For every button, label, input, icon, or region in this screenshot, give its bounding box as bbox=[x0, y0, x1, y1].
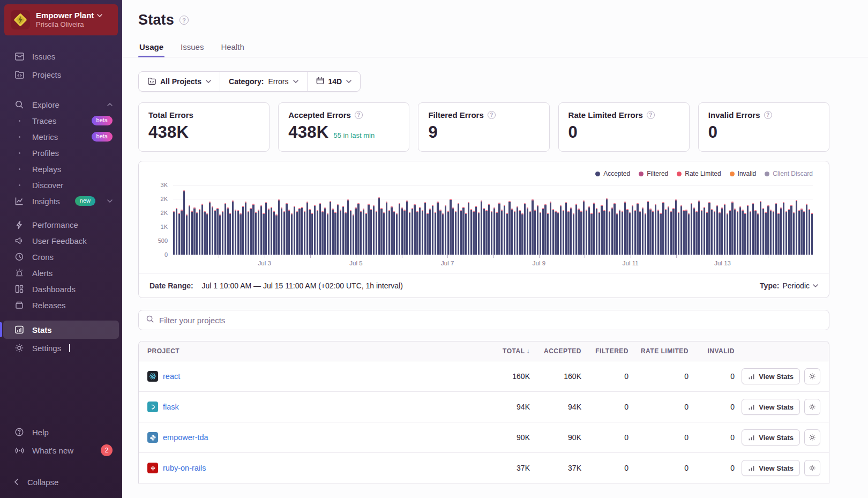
project-link[interactable]: ruby-on-rails bbox=[163, 464, 206, 472]
chart-bar bbox=[429, 209, 431, 255]
tab-health[interactable]: Health bbox=[220, 38, 245, 57]
legend-item[interactable]: Invalid bbox=[730, 170, 757, 177]
legend-item[interactable]: Client Discard bbox=[765, 170, 813, 177]
chart-bar bbox=[504, 205, 505, 255]
chart-bar bbox=[675, 199, 677, 255]
date-range-selector[interactable]: 14D bbox=[308, 72, 361, 91]
chart-bar bbox=[575, 204, 577, 255]
type-selector[interactable]: Type: Periodic bbox=[760, 281, 818, 290]
chart-bar bbox=[519, 210, 520, 255]
chart-bar bbox=[350, 210, 351, 255]
help-icon[interactable]: ? bbox=[355, 111, 363, 119]
chart-bar bbox=[809, 209, 810, 255]
sidebar-item-releases[interactable]: Releases bbox=[0, 297, 122, 313]
chart-bar bbox=[716, 205, 718, 255]
help-icon[interactable]: ? bbox=[488, 111, 496, 119]
x-axis-label: Jul 3 bbox=[258, 260, 271, 266]
sidebar-item-help[interactable]: Help bbox=[0, 423, 122, 441]
tab-issues[interactable]: Issues bbox=[179, 38, 205, 57]
chart-bar bbox=[286, 203, 287, 255]
chart-bar bbox=[252, 204, 254, 255]
chart-bar bbox=[498, 203, 500, 255]
view-stats-button[interactable]: View Stats bbox=[742, 460, 800, 476]
sidebar-item-user-feedback[interactable]: User Feedback bbox=[0, 233, 122, 249]
date-range-value: Jul 1 10:00 AM — Jul 15 11:00 AM (+02:00… bbox=[202, 281, 403, 290]
sidebar-item-settings[interactable]: Settings bbox=[0, 339, 122, 357]
view-stats-button[interactable]: View Stats bbox=[742, 368, 800, 384]
view-stats-button[interactable]: View Stats bbox=[742, 399, 800, 415]
x-axis-label: Jul 11 bbox=[623, 260, 639, 266]
legend-item[interactable]: Rate Limited bbox=[677, 170, 721, 177]
chart-bar bbox=[470, 209, 472, 255]
chart-bar bbox=[186, 214, 188, 255]
category-selector[interactable]: Category: Errors bbox=[220, 72, 306, 91]
sidebar-item-traces[interactable]: Traces beta bbox=[0, 113, 122, 129]
chart-bar bbox=[452, 207, 454, 255]
col-total[interactable]: TOTAL↓ bbox=[476, 347, 530, 355]
card-total-errors: Total Errors 438K bbox=[138, 102, 270, 152]
page-help-icon[interactable]: ? bbox=[179, 16, 189, 25]
sidebar-item-crons[interactable]: Crons bbox=[0, 249, 122, 265]
chart-bar bbox=[698, 200, 700, 255]
col-invalid[interactable]: INVALID bbox=[689, 347, 735, 355]
megaphone-icon bbox=[14, 235, 25, 246]
chart-bar bbox=[355, 207, 356, 255]
project-selector[interactable]: All Projects bbox=[139, 72, 220, 91]
bar-chart-icon bbox=[748, 373, 755, 380]
search-input[interactable] bbox=[159, 316, 822, 325]
sidebar-item-metrics[interactable]: Metrics beta bbox=[0, 129, 122, 145]
empower-plant-logo-icon bbox=[12, 12, 28, 28]
x-axis-tick bbox=[722, 255, 722, 258]
col-filtered[interactable]: FILTERED bbox=[581, 347, 628, 355]
col-rate-limited[interactable]: RATE LIMITED bbox=[628, 347, 689, 355]
chart-bar bbox=[665, 209, 667, 255]
chart-bar bbox=[468, 202, 469, 255]
chart-bar bbox=[609, 211, 610, 255]
chart-bar bbox=[330, 201, 331, 255]
view-stats-button[interactable]: View Stats bbox=[742, 429, 800, 445]
cell-total: 37K bbox=[476, 464, 530, 472]
project-settings-button[interactable] bbox=[804, 460, 820, 476]
sidebar-item-alerts[interactable]: Alerts bbox=[0, 265, 122, 281]
project-settings-button[interactable] bbox=[804, 368, 820, 384]
org-switcher[interactable]: Empower Plant Priscila Oliveira bbox=[4, 4, 118, 35]
project-settings-button[interactable] bbox=[804, 399, 820, 415]
chart-bar bbox=[688, 213, 690, 255]
help-icon[interactable]: ? bbox=[647, 111, 655, 119]
chart-bar bbox=[424, 202, 426, 255]
bullet-icon bbox=[14, 120, 25, 122]
sidebar-item-performance[interactable]: Performance bbox=[0, 217, 122, 233]
sidebar-item-insights[interactable]: Insights new bbox=[0, 193, 122, 209]
sidebar-item-explore[interactable]: Explore bbox=[0, 96, 122, 113]
sidebar-item-whats-new[interactable]: What's new 2 bbox=[0, 441, 122, 459]
chart-bar bbox=[240, 213, 241, 255]
sidebar-item-discover[interactable]: Discover bbox=[0, 177, 122, 193]
sidebar-item-replays[interactable]: Replays bbox=[0, 161, 122, 177]
chart-bar bbox=[642, 207, 643, 255]
chart-bar bbox=[680, 205, 682, 255]
col-accepted[interactable]: ACCEPTED bbox=[530, 347, 581, 355]
sidebar-item-profiles[interactable]: Profiles bbox=[0, 145, 122, 161]
project-link[interactable]: flask bbox=[163, 403, 179, 411]
chevron-down-icon bbox=[346, 80, 351, 83]
sidebar-item-dashboards[interactable]: Dashboards bbox=[0, 281, 122, 297]
legend-dot bbox=[730, 172, 735, 176]
project-link[interactable]: react bbox=[163, 372, 180, 381]
x-axis-tick bbox=[356, 255, 356, 258]
help-icon[interactable]: ? bbox=[764, 111, 772, 119]
project-settings-button[interactable] bbox=[804, 429, 820, 445]
collapse-button[interactable]: Collapse bbox=[0, 471, 122, 493]
gear-icon bbox=[809, 373, 816, 380]
x-axis-label: Jul 13 bbox=[714, 260, 731, 266]
project-link[interactable]: empower-tda bbox=[163, 433, 208, 442]
chart-bar bbox=[670, 211, 672, 255]
page-filter-bar: All Projects Category: Errors 14D bbox=[138, 71, 361, 92]
tab-usage[interactable]: Usage bbox=[138, 38, 164, 57]
legend-item[interactable]: Filtered bbox=[639, 170, 668, 177]
sidebar-item-projects[interactable]: Projects bbox=[0, 65, 122, 84]
sidebar-item-issues[interactable]: Issues bbox=[0, 47, 122, 65]
chart-bar bbox=[309, 209, 310, 255]
chart-bar bbox=[785, 211, 787, 255]
sidebar-item-stats[interactable]: Stats bbox=[0, 321, 122, 339]
legend-item[interactable]: Accepted bbox=[595, 170, 630, 177]
